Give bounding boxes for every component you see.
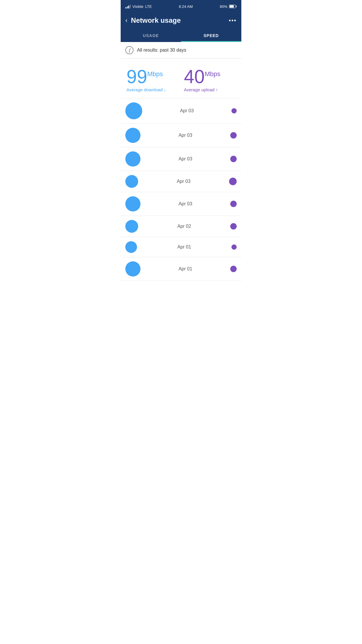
upload-dot (231, 108, 237, 113)
result-date: Apr 01 (140, 266, 230, 272)
upload-dot (230, 132, 237, 139)
upload-dot (230, 201, 237, 207)
header: ‹ Network usage ••• (121, 13, 241, 29)
filter-row[interactable]: All results: past 30 days (121, 42, 241, 59)
clock-icon (125, 46, 133, 54)
carrier-label: Visible (132, 4, 143, 9)
download-label: Average download ↓ (126, 87, 166, 92)
download-dot (125, 241, 137, 253)
download-dot (125, 102, 142, 119)
network-type-label: LTE (145, 4, 152, 9)
results-list: Apr 03 Apr 03 Apr 03 Apr 03 Apr 03 Apr 0… (121, 98, 241, 281)
upload-dot (231, 244, 237, 250)
download-dot (125, 151, 140, 167)
upload-dot (229, 178, 237, 185)
upload-dot (230, 266, 237, 272)
table-row[interactable]: Apr 01 (121, 257, 241, 281)
tab-speed[interactable]: SPEED (181, 29, 241, 42)
result-date: Apr 03 (140, 201, 230, 206)
table-row[interactable]: Apr 03 (121, 147, 241, 171)
result-date: Apr 03 (140, 133, 230, 138)
result-date: Apr 03 (142, 108, 231, 113)
page-title: Network usage (131, 16, 181, 24)
download-value: 99Mbps (126, 66, 163, 87)
download-stat: 99Mbps Average download ↓ (126, 67, 178, 92)
download-dot (125, 196, 140, 211)
upload-label: Average upload ↑ (184, 87, 218, 92)
download-dot (125, 128, 140, 143)
battery-percent: 80% (220, 4, 227, 9)
status-right: 80% (220, 4, 237, 9)
stats-section: 99Mbps Average download ↓ 40Mbps Average… (121, 59, 241, 98)
table-row[interactable]: Apr 03 (121, 124, 241, 147)
upload-dot (230, 156, 237, 162)
signal-icon (125, 4, 131, 8)
back-button[interactable]: ‹ (125, 17, 127, 24)
table-row[interactable]: Apr 03 (121, 98, 241, 124)
table-row[interactable]: Apr 01 (121, 237, 241, 257)
battery-icon (229, 5, 237, 8)
time-label: 8:24 AM (179, 4, 193, 9)
status-left: Visible LTE (125, 4, 152, 9)
table-row[interactable]: Apr 03 (121, 171, 241, 192)
download-dot (125, 175, 138, 188)
upload-dot (230, 223, 237, 230)
result-date: Apr 03 (140, 156, 230, 162)
tabs-container: USAGE SPEED (121, 29, 241, 42)
download-dot (125, 261, 140, 276)
filter-label: All results: past 30 days (137, 48, 186, 53)
result-date: Apr 01 (137, 244, 231, 250)
upload-value: 40Mbps (184, 66, 220, 87)
download-dot (125, 220, 138, 233)
upload-stat: 40Mbps Average upload ↑ (178, 67, 236, 92)
table-row[interactable]: Apr 02 (121, 216, 241, 237)
more-options-button[interactable]: ••• (229, 17, 237, 24)
result-date: Apr 02 (138, 224, 230, 229)
tab-usage[interactable]: USAGE (121, 29, 181, 42)
table-row[interactable]: Apr 03 (121, 192, 241, 216)
result-date: Apr 03 (138, 179, 229, 184)
status-bar: Visible LTE 8:24 AM 80% (121, 0, 241, 13)
